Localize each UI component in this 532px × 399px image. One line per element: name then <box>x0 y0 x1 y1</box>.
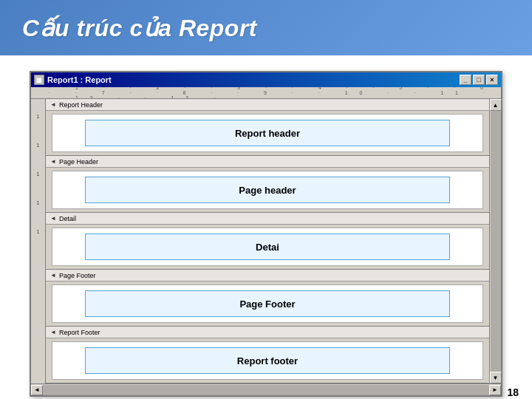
report-header-label: ◄ Report Header <box>46 99 489 111</box>
maximize-button[interactable]: □ <box>473 75 485 85</box>
hscroll-track[interactable] <box>43 385 489 395</box>
report-header-text: Report Header <box>59 101 103 109</box>
header-bar: Cấu trúc của Report <box>0 0 532 55</box>
scroll-left-button[interactable]: ◄ <box>31 385 43 395</box>
arrow-icon: ◄ <box>50 272 56 279</box>
report-footer-section: ◄ Report Footer Report footer <box>46 327 489 383</box>
scroll-up-button[interactable]: ▲ <box>490 99 502 111</box>
horizontal-ruler: · 1 · · 2 · · 3 · · 4 · · 5 · · 6 · · 7 … <box>31 87 501 99</box>
page-footer-section: ◄ Page Footer Page Footer <box>46 270 489 327</box>
detail-box: Detai <box>85 233 451 260</box>
arrow-icon: ◄ <box>50 158 56 165</box>
page-header-text: Page Header <box>59 158 98 166</box>
vertical-scrollbar[interactable]: ▲ ▼ <box>489 99 501 383</box>
report-header-box: Report header <box>85 120 451 146</box>
page-footer-label: ◄ Page Footer <box>46 270 489 282</box>
report-footer-body: Report footer <box>52 341 483 380</box>
scroll-right-button[interactable]: ► <box>489 385 501 395</box>
page-header-label: ◄ Page Header <box>46 156 489 168</box>
detail-text: Detail <box>59 215 76 222</box>
page-footer-box: Page Footer <box>85 290 451 317</box>
report-header-section: ◄ Report Header Report header <box>46 99 489 156</box>
arrow-icon: ◄ <box>50 101 56 108</box>
window-title: Report1 : Report <box>47 75 112 84</box>
page-title: Cấu trúc của Report <box>22 14 257 42</box>
report-footer-text: Report Footer <box>59 329 100 336</box>
title-bar-text: ▦ Report1 : Report <box>34 75 112 85</box>
window-icon: ▦ <box>34 75 44 85</box>
scroll-down-button[interactable]: ▼ <box>490 372 502 383</box>
title-buttons: _ □ × <box>460 75 498 85</box>
report-footer-box: Report footer <box>85 347 451 374</box>
vertical-ruler: 1 1 1 1 1 <box>31 99 46 383</box>
minimize-button[interactable]: _ <box>460 75 471 85</box>
report-window: ▦ Report1 : Report _ □ × · 1 · · 2 · · 3… <box>30 71 502 397</box>
page-header-body: Page header <box>52 171 483 209</box>
detail-label: ◄ Detail <box>46 213 489 225</box>
scroll-track[interactable] <box>491 111 501 372</box>
horizontal-scrollbar[interactable]: ◄ ► <box>31 383 501 395</box>
detail-body: Detai <box>52 228 483 266</box>
close-button[interactable]: × <box>486 75 498 85</box>
page-number: 18 <box>507 386 519 398</box>
page-header-section: ◄ Page Header Page header <box>46 156 489 213</box>
page-footer-body: Page Footer <box>52 284 483 323</box>
window-body: 1 1 1 1 1 ◄ Report Header Report header <box>31 99 501 383</box>
detail-section: ◄ Detail Detai <box>46 213 489 270</box>
page-header-box: Page header <box>85 177 451 203</box>
title-bar: ▦ Report1 : Report _ □ × <box>31 72 501 87</box>
sections-area: ◄ Report Header Report header ◄ Page Hea… <box>46 99 489 383</box>
report-footer-label: ◄ Report Footer <box>46 327 489 338</box>
arrow-icon: ◄ <box>50 215 56 222</box>
report-header-body: Report header <box>52 114 483 152</box>
main-content: ▦ Report1 : Report _ □ × · 1 · · 2 · · 3… <box>0 58 532 399</box>
page-footer-text: Page Footer <box>59 272 96 279</box>
arrow-icon: ◄ <box>50 329 56 335</box>
